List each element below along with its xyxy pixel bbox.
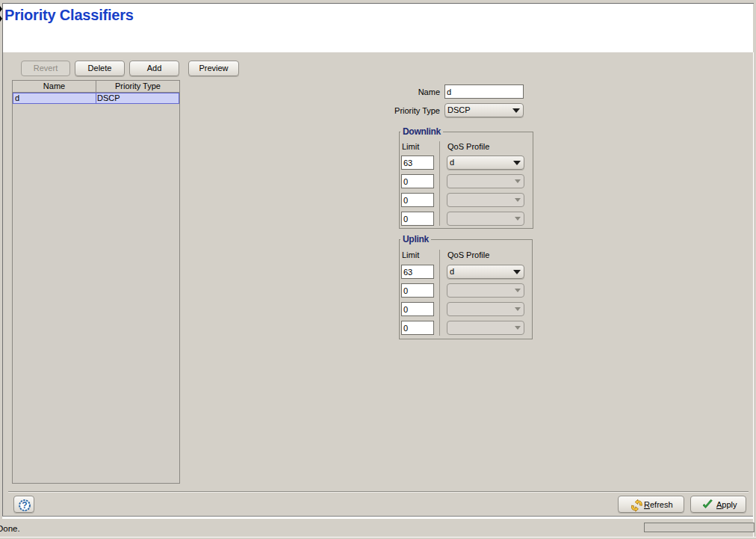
svg-text:?: ? (22, 500, 27, 511)
